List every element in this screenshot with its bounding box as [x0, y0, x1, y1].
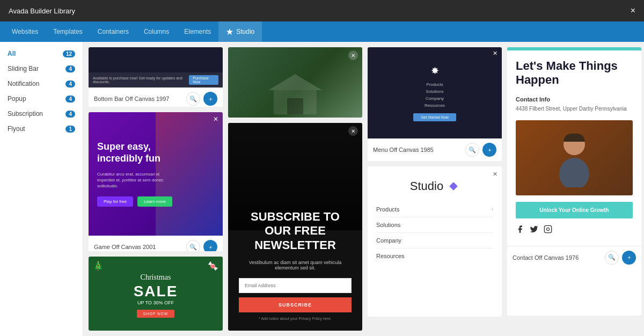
sidebar-notification-label: Notification [8, 80, 39, 87]
tab-columns[interactable]: Columns [136, 21, 177, 42]
card-game-subtitle: Curabitur arcu erat, accumsan id imperdi… [97, 171, 172, 189]
subscribe-desc: Vestibulum ac diam sit amet quam vehicul… [239, 260, 352, 271]
tab-containers[interactable]: Containers [90, 21, 136, 42]
house-illustration [263, 71, 327, 114]
studio-nav-company-label: Company [376, 237, 401, 244]
menu-nav-solutions: Solutions [426, 88, 444, 95]
tabs-bar: Websites Templates Containers Columns El… [0, 21, 644, 42]
card-studio-preview: ✕ Studio Products › [368, 166, 502, 317]
card-bottom-bar-add-btn[interactable]: ＋ [203, 92, 217, 106]
ornament-right: 🍬 [208, 261, 218, 271]
card-menu-add-btn[interactable]: ＋ [482, 143, 496, 157]
svg-marker-1 [268, 74, 322, 90]
card-subscribe: ✕ SUBSCRIBE TO OUR FREE NEWSLETTER Vesti… [228, 123, 362, 331]
studio-nav: Products › Solutions Company Resources [376, 202, 493, 264]
card-contact-label: Contact Off Canvas 1976 [513, 254, 579, 261]
card-game-title: Super easy, incredibly fun [97, 141, 160, 164]
instagram-icon[interactable] [544, 225, 552, 235]
tab-studio[interactable]: Studio [218, 21, 262, 42]
modal-wrapper: Avada Builder Library × Websites Templat… [0, 0, 644, 336]
subscribe-btn[interactable]: SUBSCRIBE [239, 297, 352, 312]
card-house-close[interactable]: ✕ [348, 50, 358, 60]
card-game-search-btn[interactable]: 🔍 [186, 240, 200, 251]
card-bottom-bar-preview: Available to purchase now! Get ready for… [89, 47, 223, 87]
card-contact-add-btn[interactable]: ＋ [622, 251, 636, 265]
subscribe-email-input[interactable] [239, 278, 352, 293]
studio-nav-products-label: Products [376, 206, 399, 213]
sidebar-item-popup[interactable]: Popup 4 [0, 91, 83, 106]
card-game-title-line1: Super easy, [97, 141, 151, 152]
card-game-learn-btn[interactable]: Learn more [137, 196, 172, 207]
card-bottom-bar-actions: 🔍 ＋ [186, 92, 217, 106]
twitter-icon[interactable] [530, 225, 538, 235]
main-content: Available to purchase now! Get ready for… [83, 42, 644, 336]
person-photo [553, 128, 596, 187]
promo-btn[interactable]: Purchase Now [189, 75, 218, 85]
studio-logo-text: Studio [410, 179, 443, 193]
studio-nav-solutions-label: Solutions [376, 222, 400, 228]
facebook-icon[interactable] [516, 225, 524, 235]
studio-star-icon [226, 28, 233, 35]
card-subscribe-close[interactable]: ✕ [348, 126, 358, 136]
card-studio-close[interactable]: ✕ [493, 171, 497, 178]
card-game: ✕ Super easy, incredibly fun Curabitur a… [89, 112, 223, 251]
btn-unlock-growth[interactable]: Unlock Your Online Growth [516, 202, 633, 218]
tab-elements[interactable]: Elements [177, 21, 218, 42]
sidebar-item-all[interactable]: All 12 [0, 46, 83, 61]
close-button[interactable]: × [631, 6, 635, 16]
studio-nav-resources[interactable]: Resources [376, 249, 493, 264]
contact-address: 4438 Filbert Street, Upper Darby Pennsyl… [516, 105, 633, 113]
xmas-shop-btn[interactable]: SHOP NOW [137, 310, 175, 318]
tab-templates[interactable]: Templates [46, 21, 90, 42]
card-contact-footer: Contact Off Canvas 1976 🔍 ＋ [507, 246, 641, 269]
card-christmas-preview: 🎄 🍬 Christmas SALE UP TO 30% OFF SHOP NO… [89, 257, 223, 331]
sidebar-sliding-bar-count: 4 [65, 65, 75, 72]
sidebar: All 12 Sliding Bar 4 Notification 4 Popu… [0, 42, 83, 336]
card-game-play-btn[interactable]: Play for free [97, 196, 133, 207]
ornament-left: 🎄 [93, 261, 104, 271]
sidebar-item-sliding-bar[interactable]: Sliding Bar 4 [0, 61, 83, 76]
card-game-label: Game Off Canvas 2001 [94, 244, 156, 250]
card-menu-search-btn[interactable]: 🔍 [465, 143, 479, 157]
studio-diamond-icon [448, 180, 459, 192]
sidebar-notification-count: 4 [65, 81, 75, 87]
card-menu-actions: 🔍 ＋ [465, 143, 496, 157]
card-menu: ✕ ✸ Products Solutions Company Resources… [368, 47, 502, 161]
sidebar-item-subscription[interactable]: Subscription 4 [0, 106, 83, 121]
sidebar-item-notification[interactable]: Notification 4 [0, 76, 83, 91]
col-3: ✕ ✸ Products Solutions Company Resources… [368, 47, 502, 331]
tab-websites[interactable]: Websites [4, 21, 46, 42]
header-title: Avada Builder Library [9, 7, 75, 15]
svg-rect-2 [287, 98, 303, 114]
promo-bar: Available to purchase now! Get ready for… [89, 72, 223, 87]
contact-content: Let's Make Things Happen Contact Info 44… [507, 50, 641, 246]
menu-cta-btn[interactable]: Get Started Now [413, 113, 456, 121]
sidebar-popup-count: 4 [65, 96, 75, 103]
contact-heading: Let's Make Things Happen [516, 59, 633, 87]
card-menu-close[interactable]: ✕ [493, 50, 497, 57]
card-game-close[interactable]: ✕ [213, 115, 218, 123]
sidebar-all-label: All [8, 50, 16, 57]
studio-nav-products[interactable]: Products › [376, 202, 493, 217]
card-bottom-bar-label: Bottom Bar Off Canvas 1997 [94, 96, 169, 102]
card-bottom-bar: Available to purchase now! Get ready for… [89, 47, 223, 107]
studio-nav-solutions[interactable]: Solutions [376, 217, 493, 233]
card-bottom-bar-search-btn[interactable]: 🔍 [186, 92, 200, 106]
card-bottom-bar-footer: Bottom Bar Off Canvas 1997 🔍 ＋ [89, 87, 223, 107]
card-subscribe-preview: ✕ SUBSCRIBE TO OUR FREE NEWSLETTER Vesti… [228, 123, 362, 331]
card-studio: ✕ Studio Products › [368, 166, 502, 317]
card-game-add-btn[interactable]: ＋ [203, 240, 217, 251]
sidebar-subscription-label: Subscription [8, 110, 43, 118]
xmas-sale-text: SALE [134, 283, 178, 300]
card-menu-footer: Menu Off Canvas 1985 🔍 ＋ [368, 138, 502, 161]
studio-nav-resources-label: Resources [376, 253, 405, 259]
card-contact-search-btn[interactable]: 🔍 [605, 251, 619, 265]
header: Avada Builder Library × [0, 0, 644, 21]
sidebar-flyout-label: Flyout [8, 125, 25, 133]
svg-point-5 [559, 158, 589, 187]
card-contact: Let's Make Things Happen Contact Info 44… [507, 47, 641, 316]
studio-nav-company[interactable]: Company [376, 233, 493, 249]
sidebar-item-flyout[interactable]: Flyout 1 [0, 121, 83, 136]
card-game-actions: 🔍 ＋ [186, 240, 217, 251]
xmas-script: Christmas [141, 273, 171, 282]
